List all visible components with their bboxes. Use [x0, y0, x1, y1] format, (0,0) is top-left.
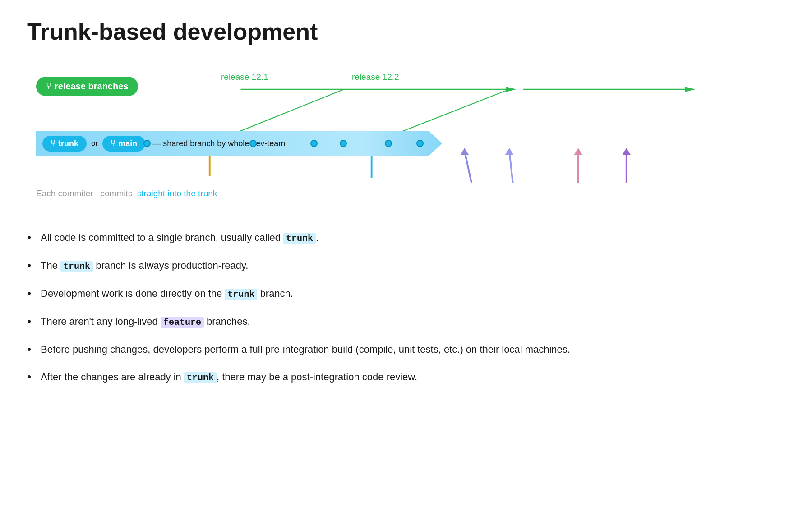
bullet-item-4: There aren't any long-lived feature bran…	[27, 314, 785, 329]
main-branch-icon: ⑂	[111, 139, 115, 148]
trunk-branch-icon: ⑂	[51, 139, 55, 148]
commiter-text-gray: Each commiter commits	[36, 189, 137, 198]
bullet-1-text-before: All code is committed to a single branch…	[41, 232, 283, 243]
bullet-item-2: The trunk branch is always production-re…	[27, 258, 785, 273]
bullet-2-highlight: trunk	[60, 261, 93, 272]
svg-line-11	[465, 151, 471, 183]
release-122-label: release 12.2	[352, 72, 399, 82]
bullet-2-text-before: The	[41, 260, 60, 271]
bullet-6-text-after: , there may be a post-integration code r…	[217, 371, 417, 383]
bullet-3-text-before: Development work is done directly on the	[41, 288, 225, 299]
commit-dot-3	[310, 140, 318, 147]
bullet-6-text-before: After the changes are already in	[41, 371, 184, 383]
bullet-item-5: Before pushing changes, developers perfo…	[27, 342, 785, 357]
bullet-item-6: After the changes are already in trunk, …	[27, 369, 785, 385]
diagram-container: ⑂ release branches release 12.1 release …	[27, 59, 785, 212]
bullet-4-text-before: There aren't any long-lived	[41, 316, 161, 327]
bullet-6-highlight: trunk	[184, 372, 217, 383]
main-pill: ⑂ main	[102, 136, 145, 152]
svg-line-13	[509, 151, 513, 183]
branch-icon: ⑂	[46, 82, 51, 91]
bullet-4-highlight: feature	[161, 317, 204, 328]
bullet-3-text-after: branch.	[257, 288, 293, 299]
bullet-item-3: Development work is done directly on the…	[27, 286, 785, 301]
bullet-3-highlight: trunk	[225, 289, 257, 300]
release-121-label: release 12.1	[221, 72, 268, 82]
bullet-5-text: Before pushing changes, developers perfo…	[41, 344, 570, 355]
commiter-text: Each commiter commits straight into the …	[36, 189, 217, 198]
svg-marker-16	[574, 148, 582, 155]
svg-marker-12	[461, 148, 469, 155]
page-title: Trunk-based development	[27, 18, 785, 45]
trunk-label: trunk	[58, 139, 78, 148]
bullet-1-text-after: .	[316, 232, 318, 243]
commit-dot-2	[249, 140, 257, 147]
trunk-pill: ⑂ trunk	[42, 136, 87, 152]
commit-dot-5	[385, 140, 392, 147]
svg-marker-4	[685, 87, 696, 92]
trunk-description: — shared branch by whole dev-team	[152, 139, 285, 148]
main-label: main	[118, 139, 137, 148]
trunk-bar: ⑂ trunk or ⑂ main — shared branch by who…	[36, 131, 442, 156]
bullet-1-highlight: trunk	[283, 233, 316, 244]
svg-marker-18	[623, 148, 631, 155]
commit-dot-6	[416, 140, 424, 147]
bullet-4-text-after: branches.	[204, 316, 250, 327]
commit-dot-4	[340, 140, 347, 147]
bullet-2-text-after: branch is always production-ready.	[93, 260, 248, 271]
commit-dot-1	[143, 140, 151, 147]
release-branches-pill: ⑂ release branches	[36, 77, 138, 96]
commiter-text-into: into the trunk	[167, 189, 217, 198]
or-label: or	[91, 139, 98, 148]
svg-marker-2	[506, 87, 516, 92]
bullet-item-1: All code is committed to a single branch…	[27, 230, 785, 245]
commiter-text-straight: straight	[137, 189, 165, 198]
bullet-list: All code is committed to a single branch…	[27, 230, 785, 385]
release-branches-label: release branches	[55, 81, 128, 92]
svg-marker-14	[505, 148, 513, 155]
